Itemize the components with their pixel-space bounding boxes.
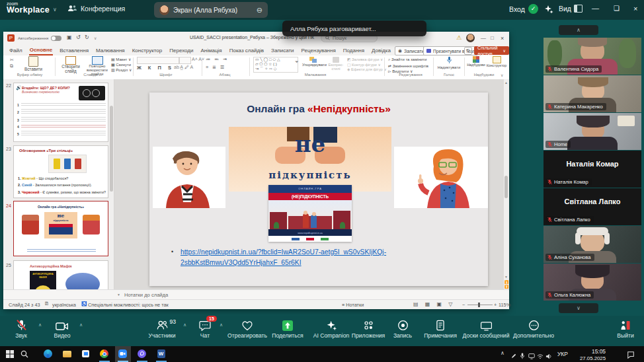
notes-collapse-icon[interactable]: ▼ [117, 293, 120, 297]
tab-record[interactable]: Записати [270, 46, 295, 55]
reset-button[interactable]: ▦ Скинути [111, 62, 132, 67]
participant-video-tile[interactable]: Ольга Калюжна [543, 264, 641, 301]
gallery-collapse-down-button[interactable]: ∨ [559, 303, 598, 313]
font-style-buttons[interactable]: Ж К П S [137, 65, 174, 71]
tab-file[interactable]: Файл [9, 46, 23, 55]
clock[interactable]: 15:05 27.05.2025 [574, 348, 606, 361]
new-slide-button[interactable]: Створити слайд [59, 56, 83, 74]
zoom-app-icon[interactable] [117, 348, 128, 359]
layout-button[interactable]: ▤ Макет ∨ [111, 57, 132, 61]
chat-options-chevron[interactable]: ∧ [220, 322, 223, 328]
workspace-chevron-icon[interactable]: ∨ [53, 7, 57, 13]
editor-scrollbar[interactable]: ▲ ▼ ⏫ ⏬ [504, 79, 509, 289]
record-button-zoom[interactable]: Запись [389, 318, 417, 339]
more-button[interactable]: Дополнительно [509, 318, 558, 339]
file-explorer-icon[interactable] [61, 348, 73, 359]
tab-review[interactable]: Рецензування [301, 46, 337, 55]
apps-button[interactable]: Приложения [349, 318, 387, 339]
ppt-minimize-button[interactable]: — [481, 35, 486, 41]
paste-button[interactable]: Вставити [24, 56, 42, 71]
designer-button[interactable]: Конструктор [486, 56, 507, 67]
share-button[interactable]: Спільний доступ ∨ [474, 46, 509, 55]
store-icon[interactable] [80, 348, 91, 359]
tray-network-icon[interactable] [537, 350, 543, 362]
tab-animations[interactable]: Анімація [200, 46, 223, 55]
hyperlink-line-1[interactable]: https://nepidkupnist.in.ua/?fbclid=IwAR2… [181, 247, 386, 258]
slide-25-thumbnail[interactable]: Антикорупційна Мафія АНТИКОРУПЦІЙНАМАФІЯ [13, 260, 108, 289]
ppt-close-button[interactable]: × [501, 35, 504, 42]
tab-home[interactable]: Основне [29, 46, 54, 55]
slide-bullet-link[interactable]: • https://nepidkupnist.in.ua/?fbclid=IwA… [171, 247, 386, 268]
notes-bar[interactable]: ▼ Нотатки до слайда [3, 289, 509, 300]
zoom-in-button[interactable]: + [494, 302, 497, 308]
zoom-slider[interactable] [467, 305, 493, 305]
ppt-maximize-button[interactable]: □ [491, 35, 494, 41]
participants-options-chevron[interactable]: ∧ [183, 322, 186, 328]
video-options-chevron[interactable]: ∧ [79, 322, 83, 328]
account-avatar[interactable] [466, 34, 475, 42]
viber-icon[interactable] [136, 348, 147, 359]
participant-novideo-tile[interactable]: Наталія Комар Наталія Комар [543, 151, 641, 188]
tray-expand-chevron[interactable]: ∧ [501, 350, 504, 356]
find-button[interactable]: ⌕ Знайти та замінити [388, 57, 428, 62]
list-buttons-icons[interactable]: ≔ ≕ ⇥ [206, 57, 228, 62]
editor-scrollbar-thumb[interactable] [504, 176, 508, 198]
save-icon[interactable]: ▣ [67, 34, 72, 40]
tab-view[interactable]: Подання [342, 46, 365, 55]
security-shield-icon[interactable]: ✓ [528, 4, 538, 14]
quick-styles-button[interactable]: Експрес-стилі [326, 57, 346, 71]
notification-center-icon[interactable] [627, 349, 635, 361]
slide-layout-buttons[interactable]: ▤ Макет ∨ ▦ Скинути ▥ Розділ ∨ [111, 57, 132, 72]
record-button[interactable]: ◉ Записати [395, 46, 427, 55]
shape-effects-button[interactable]: ◈ Ефекти для фігур ∨ [347, 67, 387, 71]
chrome-icon[interactable] [99, 348, 110, 359]
tab-insert[interactable]: Вставлення [59, 46, 89, 55]
clipboard-small-buttons[interactable]: ✂⧉ [10, 57, 19, 71]
minimize-window-button[interactable]: — [592, 4, 599, 12]
zoom-out-button[interactable]: − [462, 302, 465, 308]
ai-sparkle-icon[interactable] [544, 5, 553, 14]
addins-button[interactable]: Надбудови [467, 56, 485, 67]
notes-toggle-button[interactable]: ≡ Нотатки [342, 302, 364, 308]
language-indicator[interactable]: українська [52, 302, 76, 308]
participant-video-tile[interactable]: Катерина Макаренко [543, 75, 641, 112]
tab-slideshow[interactable]: Показ слайдів [229, 46, 264, 55]
maximize-window-button[interactable]: ❏ [614, 5, 620, 12]
spellcheck-icon[interactable]: 🖹 [44, 301, 49, 306]
slide-22-thumbnail[interactable]: 🔊 Вгадайте: ЩО? ДЕ? КОЛИ? Визначимо терм… [13, 83, 108, 142]
collapse-ribbon-icon[interactable]: ∨ [501, 73, 503, 77]
shapes-gallery[interactable]: ▭ ╲ ◯ □ ⬭ △▱ ⬠ ⬡ ☆ { }↝ ⌒ ✧ ⇨ ◇ [253, 57, 298, 73]
edge-icon[interactable] [42, 348, 54, 359]
tab-screen-share[interactable]: Экран (Алла Рябуха) ⊖ [154, 2, 268, 18]
arrange-button[interactable]: Упорядкувати [302, 57, 325, 67]
audio-options-chevron[interactable]: ∧ [38, 322, 42, 328]
keyboard-language[interactable]: УКР [557, 351, 568, 357]
comments-icon[interactable]: 🗨 [464, 47, 472, 55]
tab-design[interactable]: Конструктор [132, 46, 163, 55]
view-button[interactable]: Вид [559, 5, 583, 13]
tab-transitions[interactable]: Переходи [169, 46, 194, 55]
font-size-box[interactable] [179, 57, 191, 64]
share-screen-button[interactable]: Поделиться [267, 318, 308, 339]
participant-novideo-tile[interactable]: Світлана Лапко Світлана Лапко [543, 188, 641, 225]
panel-scrollbar[interactable] [110, 106, 113, 192]
redo-icon[interactable]: ↻ [85, 34, 89, 40]
taskbar-search-button[interactable] [19, 348, 30, 359]
align-buttons-icons[interactable]: ≡ ≣ ☰ [206, 65, 225, 70]
dictate-button[interactable]: Надиктувати [436, 56, 462, 69]
present-in-teams-button[interactable]: Презентувати в Teams [423, 46, 482, 55]
hyperlink-line-2[interactable]: 2sbbKstBmwuV3Qdd5YrHjahxF_65r6KI [181, 258, 386, 268]
view-mode-icons[interactable]: ▤ ▦ ▣ ▽ [413, 301, 456, 307]
shape-fill-button[interactable]: ◩ Заливка фігури ∨ [347, 57, 387, 61]
font-name-box[interactable] [137, 57, 179, 64]
tray-mic-icon[interactable] [520, 350, 525, 362]
chat-button[interactable]: 15 Чат [192, 318, 218, 339]
text-effects-icons[interactable]: ab A̲ 🖉 A [174, 65, 193, 69]
whiteboards-button[interactable]: Доски сообщений [459, 318, 513, 339]
close-window-button[interactable]: × [633, 5, 637, 13]
section-button[interactable]: ▥ Розділ ∨ [111, 67, 132, 72]
start-button[interactable] [4, 348, 15, 359]
sign-in-button[interactable]: Вход [509, 5, 525, 13]
tab-help[interactable]: Довідка [371, 46, 391, 55]
tab-conference[interactable]: Конференция [67, 5, 125, 13]
